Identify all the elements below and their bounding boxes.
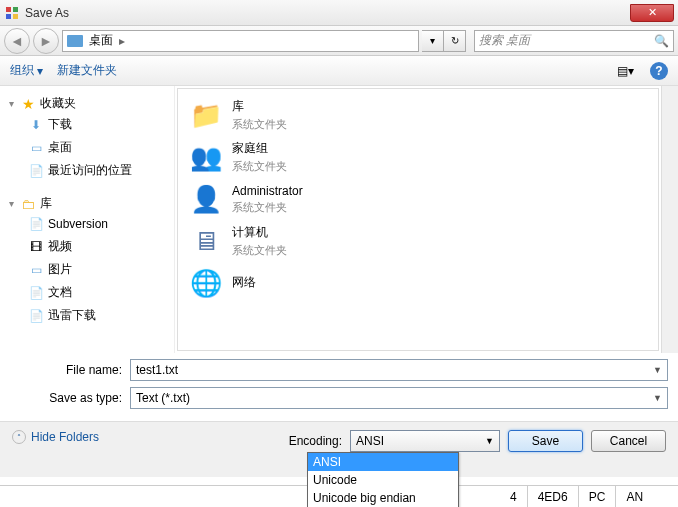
filename-input[interactable]: test1.txt ▼ — [130, 359, 668, 381]
star-icon: ★ — [20, 96, 36, 112]
sidebar-item-libraries[interactable]: ▾ 🗀 库 — [4, 194, 170, 213]
search-icon[interactable]: 🔍 — [654, 34, 669, 48]
sidebar-item-recent[interactable]: 📄最近访问的位置 — [26, 161, 170, 180]
back-button[interactable]: ◄ — [4, 28, 30, 54]
bottom-bar: ˄ Hide Folders Encoding: ANSI ▼ Save Can… — [0, 421, 678, 477]
sidebar-item-downloads[interactable]: ⬇下载 — [26, 115, 170, 134]
sidebar-item-favorites[interactable]: ▾ ★ 收藏夹 — [4, 94, 170, 113]
refresh-button[interactable]: ↻ — [444, 30, 466, 52]
address-buttons: ▾ ↻ — [422, 30, 466, 52]
new-folder-button[interactable]: 新建文件夹 — [57, 62, 117, 79]
dropdown-history-button[interactable]: ▾ — [422, 30, 444, 52]
collapse-icon: ▾ — [6, 98, 16, 109]
savetype-select[interactable]: Text (*.txt) ▼ — [130, 387, 668, 409]
savetype-label: Save as type: — [10, 391, 130, 405]
app-icon — [4, 5, 20, 21]
help-button[interactable]: ? — [650, 62, 668, 80]
svg-rect-1 — [13, 7, 18, 12]
item-icon: 📁 — [188, 97, 224, 133]
title-bar: Save As ✕ — [0, 0, 678, 26]
view-button[interactable]: ▤▾ — [614, 60, 636, 82]
sidebar-item-desktop[interactable]: ▭桌面 — [26, 138, 170, 157]
dropdown-icon[interactable]: ▼ — [653, 365, 662, 375]
svg-rect-2 — [6, 14, 11, 19]
item-sub: 系统文件夹 — [232, 243, 287, 258]
close-icon: ✕ — [648, 6, 657, 19]
forward-button[interactable]: ► — [33, 28, 59, 54]
sidebar: ▾ ★ 收藏夹 ⬇下载 ▭桌面 📄最近访问的位置 ▾ 🗀 库 📄 — [0, 86, 175, 353]
sidebar-item-pictures[interactable]: ▭图片 — [26, 260, 170, 279]
recent-icon: 📄 — [28, 163, 44, 179]
encoding-option[interactable]: Unicode — [308, 471, 458, 489]
file-icon: 📄 — [28, 216, 44, 232]
dropdown-icon: ▼ — [485, 436, 494, 446]
save-button[interactable]: Save — [508, 430, 583, 452]
list-item[interactable]: 🌐网络 — [186, 263, 650, 303]
encoding-option[interactable]: Unicode big endian — [308, 489, 458, 507]
address-bar[interactable]: 桌面 ▸ — [62, 30, 419, 52]
organize-button[interactable]: 组织 ▾ — [10, 62, 43, 79]
encoding-select[interactable]: ANSI ▼ — [350, 430, 500, 452]
sidebar-item-subversion[interactable]: 📄Subversion — [26, 215, 170, 233]
item-icon: 🌐 — [188, 265, 224, 301]
item-name: 库 — [232, 98, 287, 115]
dropdown-icon[interactable]: ▼ — [653, 393, 662, 403]
close-button[interactable]: ✕ — [630, 4, 674, 22]
collapse-icon: ▾ — [6, 198, 16, 209]
encoding-label: Encoding: — [289, 434, 342, 448]
item-name: Administrator — [232, 184, 303, 198]
hide-folders-button[interactable]: ˄ Hide Folders — [12, 430, 99, 444]
encoding-dropdown: ANSIUnicodeUnicode big endianUTF-8 — [307, 452, 459, 507]
item-icon: 👥 — [188, 139, 224, 175]
sidebar-item-documents[interactable]: 📄文档 — [26, 283, 170, 302]
search-input[interactable]: 搜索 桌面 🔍 — [474, 30, 674, 52]
video-icon: 🎞 — [28, 239, 44, 255]
item-icon: 👤 — [188, 181, 224, 217]
back-icon: ◄ — [10, 33, 24, 49]
item-sub: 系统文件夹 — [232, 159, 287, 174]
svg-rect-0 — [6, 7, 11, 12]
item-name: 网络 — [232, 274, 256, 291]
form-area: File name: test1.txt ▼ Save as type: Tex… — [0, 353, 678, 421]
toolbar: 组织 ▾ 新建文件夹 ▤▾ ? — [0, 56, 678, 86]
item-name: 家庭组 — [232, 140, 287, 157]
search-placeholder: 搜索 桌面 — [479, 32, 654, 49]
location-icon — [67, 35, 83, 47]
filename-label: File name: — [10, 363, 130, 377]
nav-bar: ◄ ► 桌面 ▸ ▾ ↻ 搜索 桌面 🔍 — [0, 26, 678, 56]
scrollbar[interactable] — [661, 86, 678, 353]
list-item[interactable]: 📁库系统文件夹 — [186, 95, 650, 135]
document-icon: 📄 — [28, 285, 44, 301]
sidebar-item-thunder[interactable]: 📄迅雷下载 — [26, 306, 170, 325]
item-sub: 系统文件夹 — [232, 200, 303, 215]
svg-rect-3 — [13, 14, 18, 19]
download-icon: ⬇ — [28, 117, 44, 133]
sidebar-item-video[interactable]: 🎞视频 — [26, 237, 170, 256]
location-text: 桌面 — [89, 32, 113, 49]
window-title: Save As — [25, 6, 630, 20]
item-name: 计算机 — [232, 224, 287, 241]
list-item[interactable]: 🖥计算机系统文件夹 — [186, 221, 650, 261]
desktop-icon: ▭ — [28, 140, 44, 156]
encoding-option[interactable]: ANSI — [308, 453, 458, 471]
picture-icon: ▭ — [28, 262, 44, 278]
folder-icon: 🗀 — [20, 196, 36, 212]
cancel-button[interactable]: Cancel — [591, 430, 666, 452]
caret-icon: ▾ — [37, 64, 43, 78]
item-sub: 系统文件夹 — [232, 117, 287, 132]
file-list: 📁库系统文件夹👥家庭组系统文件夹👤Administrator系统文件夹🖥计算机系… — [177, 88, 659, 351]
file-icon: 📄 — [28, 308, 44, 324]
item-icon: 🖥 — [188, 223, 224, 259]
list-item[interactable]: 👤Administrator系统文件夹 — [186, 179, 650, 219]
list-item[interactable]: 👥家庭组系统文件夹 — [186, 137, 650, 177]
forward-icon: ► — [39, 33, 53, 49]
breadcrumb-sep-icon: ▸ — [119, 34, 125, 48]
chevron-up-icon: ˄ — [12, 430, 26, 444]
